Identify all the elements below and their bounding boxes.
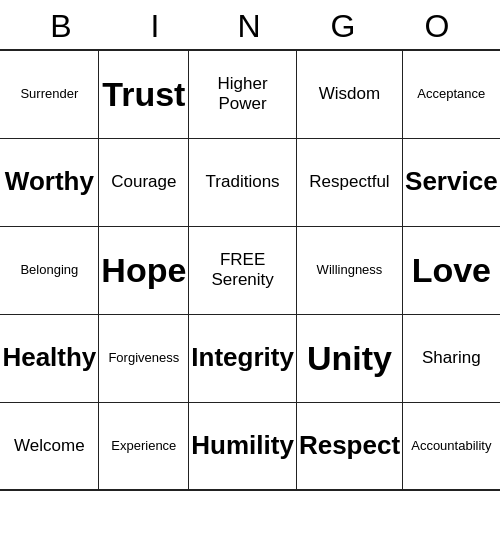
cell-label: Accountability — [405, 407, 498, 486]
grid-cell: Welcome — [0, 402, 99, 490]
cell-label: Trust — [101, 55, 186, 134]
grid-cell: Humility — [189, 402, 297, 490]
cell-label: Healthy — [2, 319, 96, 398]
cell-label: Love — [405, 231, 498, 310]
grid-row: BelongingHopeFREE SerenityWillingnessLov… — [0, 226, 500, 314]
cell-label: Sharing — [405, 319, 498, 398]
grid-row: SurrenderTrustHigher PowerWisdomAcceptan… — [0, 50, 500, 138]
grid-cell: Service — [403, 138, 500, 226]
cell-label: Wisdom — [299, 55, 400, 134]
grid-cell: Accountability — [403, 402, 500, 490]
grid-cell: Belonging — [0, 226, 99, 314]
grid-cell: Forgiveness — [99, 314, 189, 402]
grid-cell: Sharing — [403, 314, 500, 402]
grid-cell: Healthy — [0, 314, 99, 402]
grid-cell: Willingness — [296, 226, 402, 314]
cell-label: Unity — [299, 319, 400, 398]
cell-label: Humility — [191, 407, 294, 486]
cell-label: Acceptance — [405, 55, 498, 134]
header-letter: O — [391, 8, 485, 45]
grid-cell: Hope — [99, 226, 189, 314]
cell-label: Forgiveness — [101, 319, 186, 398]
grid-row: WorthyCourageTraditionsRespectfulService — [0, 138, 500, 226]
cell-label: Service — [405, 143, 498, 222]
cell-label: Traditions — [191, 143, 294, 222]
grid-row: WelcomeExperienceHumilityRespectAccounta… — [0, 402, 500, 490]
grid-cell: Trust — [99, 50, 189, 138]
grid-cell: Unity — [296, 314, 402, 402]
header-letter: I — [109, 8, 203, 45]
cell-label: FREE Serenity — [191, 231, 294, 310]
grid-cell: Respect — [296, 402, 402, 490]
cell-label: Worthy — [2, 143, 96, 222]
cell-label: Welcome — [2, 407, 96, 486]
header-letter: B — [15, 8, 109, 45]
cell-label: Hope — [101, 231, 186, 310]
grid-cell: FREE Serenity — [189, 226, 297, 314]
cell-label: Integrity — [191, 319, 294, 398]
cell-label: Higher Power — [191, 55, 294, 134]
grid-cell: Courage — [99, 138, 189, 226]
cell-label: Respectful — [299, 143, 400, 222]
cell-label: Belonging — [2, 231, 96, 310]
grid-cell: Love — [403, 226, 500, 314]
header-letter: G — [297, 8, 391, 45]
grid-cell: Traditions — [189, 138, 297, 226]
grid-cell: Integrity — [189, 314, 297, 402]
grid-cell: Respectful — [296, 138, 402, 226]
cell-label: Respect — [299, 407, 400, 486]
grid-cell: Worthy — [0, 138, 99, 226]
bingo-header: BINGO — [15, 0, 485, 49]
grid-cell: Higher Power — [189, 50, 297, 138]
bingo-grid: SurrenderTrustHigher PowerWisdomAcceptan… — [0, 49, 500, 491]
cell-label: Surrender — [2, 55, 96, 134]
grid-row: HealthyForgivenessIntegrityUnitySharing — [0, 314, 500, 402]
grid-cell: Experience — [99, 402, 189, 490]
grid-cell: Acceptance — [403, 50, 500, 138]
grid-cell: Wisdom — [296, 50, 402, 138]
cell-label: Courage — [101, 143, 186, 222]
cell-label: Willingness — [299, 231, 400, 310]
cell-label: Experience — [101, 407, 186, 486]
header-letter: N — [203, 8, 297, 45]
grid-cell: Surrender — [0, 50, 99, 138]
